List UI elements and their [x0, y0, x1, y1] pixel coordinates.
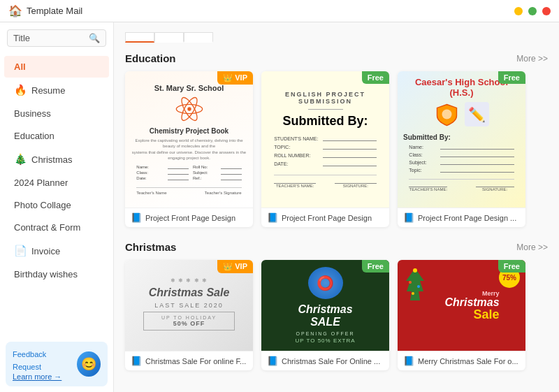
christmas-section-header: Christmas More >>	[125, 241, 548, 253]
template-card-xmas-2[interactable]: ⭕ ChristmasSALE OPENING OFFER UP TO 50% …	[261, 260, 389, 370]
book-desc: Explore the captivating world of chemist…	[131, 138, 247, 161]
svg-point-4	[442, 110, 451, 119]
tab-2[interactable]	[154, 32, 184, 43]
christmas-label: Christmas	[444, 297, 499, 308]
template-card-edu-3[interactable]: Caesar's High School (H.S.) ✏️ Submitted…	[398, 71, 525, 227]
minimize-button[interactable]	[514, 7, 523, 15]
feedback-link[interactable]: Learn more →	[13, 372, 73, 381]
app-title: Template Mail	[27, 6, 82, 16]
sale-label: Sale	[444, 308, 499, 321]
free-badge-xmas3: Free	[498, 260, 525, 273]
vip-badge-xmas: 👑 VIP	[217, 260, 253, 273]
sidebar-item-christmas[interactable]: 🎄 Christmas	[4, 147, 109, 171]
atom-icon	[175, 95, 203, 123]
sidebar-item-all[interactable]: All	[4, 56, 109, 78]
titlebar-left: 🏠 Template Mail	[8, 4, 82, 17]
template-card-edu-2[interactable]: ENGLISH PROJECTSUBMISSION Submitted By: …	[261, 71, 389, 227]
search-icon[interactable]: 🔍	[89, 33, 100, 43]
sidebar-item-birthday[interactable]: Birthday wishes	[4, 263, 109, 285]
edu-card-design-2: ENGLISH PROJECTSUBMISSION Submitted By: …	[261, 71, 389, 208]
titlebar: 🏠 Template Mail	[0, 0, 559, 22]
form-fields: Name:Roll No: Class:Subject: Date:Ref.:	[136, 165, 241, 182]
submitted-by: Submitted By:	[282, 114, 368, 129]
christmas-section-title: Christmas	[125, 241, 176, 253]
education-template-grid: St. Mary Sr. School Chemistry Project Bo…	[125, 71, 548, 227]
crown-icon-xmas: 👑	[223, 262, 233, 270]
template-footer-xmas-3: 📘 Merry Christmas Sale For o...	[398, 351, 525, 370]
crown-icon: 👑	[223, 73, 233, 82]
pencil-cup-icon: ✏️	[465, 102, 489, 126]
tree-svg	[405, 267, 426, 302]
vip-badge: 👑 VIP	[217, 71, 253, 85]
sidebar-item-label: Education	[14, 131, 55, 141]
sidebar-item-planner[interactable]: 2024 Planner	[4, 172, 109, 194]
xmas-date: UP TO 50% EXTRA	[295, 337, 355, 344]
sidebar-item-label: Resume	[31, 85, 65, 96]
xmas-card-design-3: 75% Merry Christmas Sale	[398, 260, 525, 351]
svg-point-6	[413, 268, 417, 273]
doc-icon-xmas2: 📘	[267, 356, 278, 366]
sidebar: 🔍 All 🔥 Resume Business Education 🎄 Chri…	[0, 22, 114, 392]
sidebar-item-label: Business	[14, 108, 51, 119]
template-footer-edu-3: 📘 Project Front Page Design ...	[398, 208, 525, 227]
christmas-more-link[interactable]: More >>	[516, 242, 548, 252]
template-card-edu-1[interactable]: St. Mary Sr. School Chemistry Project Bo…	[125, 71, 253, 227]
sidebar-item-photo-collage[interactable]: Photo Collage	[4, 194, 109, 216]
search-input[interactable]	[13, 33, 89, 43]
tab-1[interactable]	[125, 32, 154, 43]
christmas-icon: 🎄	[14, 153, 27, 166]
form-lines: STUDENT'S NAME: TOPIC: ROLL NUMBER: DATE…	[274, 136, 377, 169]
feedback-emoji: 😊	[81, 356, 96, 372]
close-button[interactable]	[542, 7, 551, 15]
sidebar-item-invoice[interactable]: 📄 Invoice	[4, 239, 109, 263]
template-card-xmas-3[interactable]: 75% Merry Christmas Sale Free 📘 Merry Ch…	[398, 260, 525, 370]
sidebar-nav: All 🔥 Resume Business Education 🎄 Christ…	[0, 52, 113, 336]
tab-3[interactable]	[184, 32, 213, 43]
free-badge-xmas2: Free	[362, 260, 389, 273]
xmas-card-design-1: ❄ ❄ ❄ ❄ ❄ Christmas Sale LAST SALE 2020 …	[125, 260, 253, 351]
template-img-xmas-1: ❄ ❄ ❄ ❄ ❄ Christmas Sale LAST SALE 2020 …	[125, 260, 253, 351]
xmas-card-design-2: ⭕ ChristmasSALE OPENING OFFER UP TO 50% …	[261, 260, 389, 351]
sidebar-item-education[interactable]: Education	[4, 125, 109, 147]
sidebar-item-label: All	[14, 61, 26, 72]
search-box[interactable]: 🔍	[7, 29, 106, 47]
main-content: Education More >> St. Mary Sr. School	[114, 22, 559, 392]
feedback-box[interactable]: Feedback Request Learn more → 😊	[6, 342, 108, 386]
doc-icon: 📘	[403, 212, 414, 223]
opening-offer: OPENING OFFER	[296, 331, 355, 336]
book-title: Chemistry Project Book	[150, 127, 228, 135]
english-project: ENGLISH PROJECTSUBMISSION	[285, 91, 365, 105]
app-icon: 🏠	[8, 4, 22, 17]
sidebar-item-label: Contract & Form	[14, 222, 80, 233]
maximize-button[interactable]	[528, 7, 537, 15]
feedback-avatar: 😊	[77, 351, 101, 377]
sidebar-item-resume[interactable]: 🔥 Resume	[4, 78, 109, 102]
svg-point-3	[187, 107, 191, 110]
doc-icon-xmas: 📘	[131, 356, 142, 366]
christmas-section: Christmas More >> ❄ ❄ ❄ ❄ ❄ Christmas Sa…	[125, 241, 548, 370]
education-more-link[interactable]: More >>	[516, 54, 548, 64]
xmas-sale-2: ChristmasSALE	[298, 303, 352, 328]
template-card-xmas-1[interactable]: ❄ ❄ ❄ ❄ ❄ Christmas Sale LAST SALE 2020 …	[125, 260, 253, 370]
sidebar-item-contract[interactable]: Contract & Form	[4, 217, 109, 238]
sidebar-item-label: Birthday wishes	[14, 269, 78, 280]
template-img-edu-1: St. Mary Sr. School Chemistry Project Bo…	[125, 71, 253, 208]
holiday-box: UP TO HOLIDAY 50% OFF	[143, 312, 234, 331]
sidebar-item-business[interactable]: Business	[4, 103, 109, 124]
template-footer-edu-2: 📘 Project Front Page Design	[261, 208, 389, 227]
form-lines-3: Name: Class: Subject: Topic:	[409, 144, 514, 175]
svg-marker-5	[406, 268, 424, 300]
education-section: Education More >> St. Mary Sr. School	[125, 52, 548, 227]
template-img-edu-3: Caesar's High School (H.S.) ✏️ Submitted…	[398, 71, 525, 208]
template-name-edu-3: Project Front Page Design ...	[418, 214, 516, 222]
edu-card-design-1: St. Mary Sr. School Chemistry Project Bo…	[125, 71, 253, 208]
svg-point-8	[417, 285, 420, 288]
template-name-xmas-3: Merry Christmas Sale For o...	[418, 357, 518, 365]
template-footer-xmas-2: 📘 Christmas Sale For Online ...	[261, 351, 389, 370]
tabs-bar	[125, 32, 548, 43]
template-name-edu-1: Project Front Page Design	[145, 214, 235, 222]
sig-area: Teacher's NameTeacher's Signature	[136, 187, 241, 195]
invoice-icon: 📄	[14, 245, 27, 257]
xmas-tree	[405, 267, 426, 305]
christmas-sale-1: Christmas Sale	[149, 286, 230, 299]
